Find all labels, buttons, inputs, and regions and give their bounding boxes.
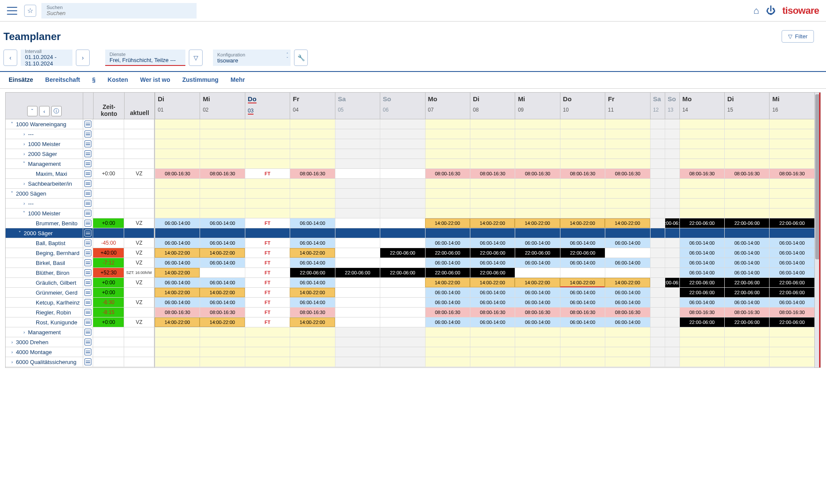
shift-cell[interactable] (650, 248, 665, 258)
dienste-field[interactable]: Dienste Frei, Frühschicht, Teilze --- (105, 50, 185, 66)
shift-cell[interactable] (335, 278, 380, 287)
shift-cell[interactable] (335, 298, 380, 307)
shift-cell[interactable] (335, 169, 380, 178)
shift-cell[interactable]: 06:00-14:00 (560, 258, 605, 268)
row-name-cell[interactable]: ›3000 Drehen (6, 337, 83, 347)
shift-cell[interactable]: 14:00-22:00 (290, 288, 335, 297)
shift-cell[interactable]: 14:00-22:00 (155, 248, 200, 258)
shift-cell[interactable]: 14:00-22:00 (200, 317, 244, 327)
shift-cell[interactable]: 22:00-06:00 (515, 248, 560, 258)
shift-cell[interactable]: 14:00-22:00 (155, 268, 200, 277)
shift-cell[interactable]: 22:00-06:00 (679, 288, 724, 297)
tab-einstze[interactable]: Einsätze (9, 76, 33, 85)
shift-cell[interactable]: 22:00-06:00 (679, 278, 724, 287)
shift-cell[interactable]: 14:00-22:00 (560, 218, 605, 228)
shift-cell[interactable]: FT (245, 278, 290, 287)
shift-cell[interactable]: 06:00-14:00 (470, 258, 515, 268)
row-name-cell[interactable]: Beging, Bernhard (6, 248, 83, 258)
row-menu-button[interactable] (83, 179, 93, 188)
row-menu-button[interactable] (83, 129, 93, 139)
shift-cell[interactable]: 22:00-06:00 (724, 288, 769, 297)
shift-cell[interactable]: 22:00-06:00 (724, 317, 769, 327)
shift-cell[interactable]: 14:00-22:00 (155, 317, 200, 327)
shift-cell[interactable]: 06:00-14:00 (515, 317, 560, 327)
shift-cell[interactable]: 06:00-14:00 (155, 218, 200, 228)
shift-cell[interactable]: 06:00-14:00 (425, 317, 470, 327)
shift-cell[interactable]: 06:00-14:00 (769, 248, 814, 258)
shift-cell[interactable] (335, 317, 380, 327)
shift-cell[interactable]: 06:00-14:00 (560, 298, 605, 307)
shift-cell[interactable]: 06:00-14:00 (155, 238, 200, 248)
shift-cell[interactable]: 06:00-14:00 (560, 238, 605, 248)
shift-cell[interactable]: 06:00-14:00 (605, 317, 650, 327)
shift-cell[interactable]: 08:00-16:30 (155, 308, 200, 317)
row-name-cell[interactable]: Ball, Baptist (6, 238, 83, 248)
shift-cell[interactable] (335, 218, 380, 228)
shift-cell[interactable]: FT (245, 288, 290, 297)
shift-cell[interactable] (380, 169, 425, 178)
row-name-cell[interactable]: Brummer, Benito (6, 218, 83, 228)
shift-cell[interactable] (665, 317, 679, 327)
config-settings-button[interactable]: 🔧 (294, 50, 308, 66)
row-name-cell[interactable]: ›--- (6, 199, 83, 208)
row-menu-button[interactable] (83, 189, 93, 198)
shift-cell[interactable]: 14:00-22:00 (425, 218, 470, 228)
shift-cell[interactable]: 14:00-22:00 (605, 218, 650, 228)
shift-cell[interactable]: 06:00-14:00 (425, 288, 470, 297)
shift-cell[interactable] (380, 308, 425, 317)
shift-cell[interactable]: 08:00-16:30 (515, 308, 560, 317)
shift-cell[interactable]: 22:00-06:00 (665, 218, 679, 228)
shift-cell[interactable]: 22:00-06:00 (380, 248, 425, 258)
day-header-02[interactable]: Mi02 (200, 93, 244, 119)
row-name-cell[interactable]: ˅Management (6, 159, 83, 168)
shift-cell[interactable]: 06:00-14:00 (425, 298, 470, 307)
shift-cell[interactable] (380, 278, 425, 287)
shift-cell[interactable]: 06:00-14:00 (515, 258, 560, 268)
shift-cell[interactable]: 08:00-16:30 (425, 308, 470, 317)
shift-cell[interactable]: 06:00-14:00 (470, 288, 515, 297)
shift-cell[interactable]: 08:00-16:30 (470, 308, 515, 317)
day-header-16[interactable]: Mi16 (769, 93, 814, 119)
row-menu-button[interactable] (83, 119, 93, 129)
shift-cell[interactable]: 06:00-14:00 (724, 298, 769, 307)
day-header-06[interactable]: So06 (380, 93, 425, 119)
right-body[interactable]: 08:00-16:3008:00-16:30FT08:00-16:3008:00… (155, 119, 814, 367)
shift-cell[interactable] (650, 308, 665, 317)
shift-cell[interactable]: 14:00-22:00 (605, 278, 650, 287)
shift-cell[interactable]: 22:00-06:00 (724, 278, 769, 287)
shift-cell[interactable] (650, 298, 665, 307)
row-menu-button[interactable] (83, 357, 93, 367)
shift-cell[interactable]: 06:00-14:00 (200, 298, 244, 307)
chevron-right-icon[interactable]: › (20, 141, 28, 146)
chevron-right-icon[interactable]: › (8, 349, 16, 355)
shift-cell[interactable]: FT (245, 248, 290, 258)
shift-cell[interactable]: 06:00-14:00 (724, 238, 769, 248)
row-menu-button[interactable] (83, 169, 93, 178)
day-header-03[interactable]: Do03 (245, 93, 290, 119)
row-name-cell[interactable]: ›Management (6, 327, 83, 337)
shift-cell[interactable] (380, 288, 425, 297)
shift-cell[interactable]: 06:00-14:00 (769, 268, 814, 277)
shift-cell[interactable]: 06:00-14:00 (155, 298, 200, 307)
shift-cell[interactable]: 06:00-14:00 (724, 258, 769, 268)
shift-cell[interactable]: FT (245, 218, 290, 228)
shift-cell[interactable] (335, 258, 380, 268)
row-menu-button[interactable] (83, 268, 93, 277)
shift-cell[interactable]: 06:00-14:00 (200, 258, 244, 268)
shift-cell[interactable] (665, 258, 679, 268)
row-name-cell[interactable]: ›4000 Montage (6, 347, 83, 357)
shift-cell[interactable]: FT (245, 169, 290, 178)
shift-cell[interactable]: 14:00-22:00 (515, 218, 560, 228)
row-menu-button[interactable] (83, 199, 93, 208)
shift-cell[interactable]: 06:00-14:00 (200, 278, 244, 287)
shift-cell[interactable]: 06:00-14:00 (515, 298, 560, 307)
day-header-14[interactable]: Mo14 (679, 93, 724, 119)
shift-cell[interactable] (665, 248, 679, 258)
row-name-cell[interactable]: Gräulich, Gilbert (6, 278, 83, 287)
shift-cell[interactable] (335, 308, 380, 317)
shift-cell[interactable]: 06:00-14:00 (515, 288, 560, 297)
shift-cell[interactable]: 06:00-14:00 (290, 218, 335, 228)
shift-cell[interactable]: 08:00-16:30 (679, 169, 724, 178)
shift-cell[interactable]: 22:00-06:00 (380, 268, 425, 277)
shift-cell[interactable]: 06:00-14:00 (605, 298, 650, 307)
